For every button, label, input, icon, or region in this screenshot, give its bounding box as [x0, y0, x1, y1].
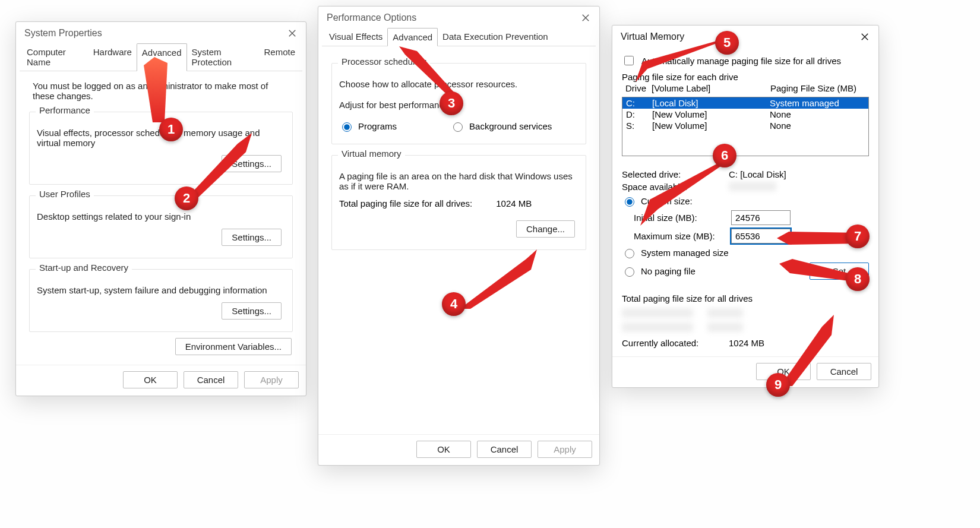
titlebar: Performance Options — [318, 7, 599, 28]
redacted-value — [707, 308, 743, 318]
drive-letter: D: — [626, 109, 652, 119]
cancel-button[interactable]: Cancel — [184, 371, 238, 388]
annotation-6: 6 — [713, 144, 736, 167]
radio-programs-label: Programs — [358, 121, 397, 131]
currently-value: 1024 MB — [729, 338, 764, 348]
group-desc: System start-up, system failure and debu… — [37, 285, 285, 295]
svg-marker-8 — [780, 315, 834, 386]
group-title: Virtual memory — [338, 148, 405, 159]
radio-custom-input[interactable] — [625, 197, 634, 207]
apply-button[interactable]: Apply — [538, 441, 592, 458]
redacted-label — [622, 308, 693, 318]
redacted-label — [622, 323, 693, 332]
startup-settings-button[interactable]: Settings... — [222, 302, 282, 320]
radio-no-paging[interactable]: No paging file — [622, 265, 696, 277]
col-drive: Drive — [625, 83, 652, 93]
redacted-value — [707, 323, 743, 332]
selected-drive-value: C: [Local Disk] — [729, 169, 786, 179]
annotation-7: 7 — [846, 225, 870, 248]
paging-size: None — [770, 109, 865, 119]
svg-marker-5 — [640, 160, 729, 226]
group-title: Start-up and Recovery — [36, 263, 132, 273]
annotation-9: 9 — [766, 373, 790, 397]
drive-row[interactable]: C: [Local Disk] System managed — [622, 97, 868, 109]
close-icon[interactable] — [287, 28, 298, 39]
performance-options-dialog: Performance Options Visual Effects Advan… — [318, 6, 600, 466]
group-title: Performance — [36, 105, 94, 115]
group-desc: A paging file is an area on the hard dis… — [339, 171, 578, 191]
max-label: Maximum size (MB): — [634, 231, 724, 241]
tab-hardware[interactable]: Hardware — [88, 43, 137, 71]
svg-marker-4 — [636, 40, 725, 82]
drive-table-header: Drive [Volume Label] Paging File Size (M… — [622, 82, 869, 94]
drive-table[interactable]: C: [Local Disk] System managed D: [New V… — [622, 97, 869, 156]
annotation-arrow-1 — [144, 57, 185, 122]
initial-size-input[interactable] — [731, 210, 791, 225]
group-desc: Desktop settings related to your sign-in — [37, 211, 285, 222]
col-vol: [Volume Label] — [652, 83, 770, 93]
group-desc: Choose how to allocate processor resourc… — [339, 79, 578, 89]
env-vars-button[interactable]: Environment Variables... — [175, 338, 292, 355]
group-user-profiles: User Profiles Desktop settings related t… — [29, 195, 293, 258]
annotation-arrow-6 — [640, 160, 729, 226]
radio-programs-input[interactable] — [342, 122, 352, 132]
annotation-arrow-9 — [780, 315, 840, 386]
radio-sysmgd-input[interactable] — [625, 249, 634, 258]
group-title: User Profiles — [36, 189, 94, 199]
close-icon[interactable] — [580, 12, 591, 23]
tab-system-protection[interactable]: System Protection — [187, 43, 260, 71]
total-section-label: Total paging file size for all drives — [622, 293, 869, 303]
space-value-redacted — [729, 182, 776, 191]
tab-remote[interactable]: Remote — [259, 43, 300, 71]
button-bar: OK Cancel Apply — [16, 365, 306, 396]
tab-computer-name[interactable]: Computer Name — [22, 43, 88, 71]
volume-label: [New Volume] — [652, 109, 770, 119]
dialog-title: System Properties — [24, 28, 102, 39]
drive-letter: S: — [626, 121, 652, 131]
svg-marker-3 — [460, 249, 537, 309]
cancel-button[interactable]: Cancel — [477, 441, 532, 458]
auto-manage-checkbox[interactable] — [624, 56, 634, 65]
radio-background-input[interactable] — [453, 122, 463, 132]
paging-size: System managed — [770, 98, 865, 108]
currently-label: Currently allocated: — [622, 338, 705, 348]
close-icon[interactable] — [859, 31, 870, 42]
annotation-5: 5 — [715, 31, 739, 55]
drive-row[interactable]: S: [New Volume] None — [622, 120, 868, 131]
total-paging-row: Total paging file size for all drives: 1… — [339, 198, 578, 208]
dialog-title: Performance Options — [327, 12, 416, 23]
radio-sysmgd-label: System managed size — [641, 248, 729, 258]
apply-button[interactable]: Apply — [244, 371, 299, 388]
annotation-1: 1 — [159, 118, 183, 141]
drive-row[interactable]: D: [New Volume] None — [622, 109, 868, 120]
radio-background-label: Background services — [469, 121, 552, 131]
radio-system-managed[interactable]: System managed size — [622, 247, 869, 258]
tab-advanced[interactable]: Advanced — [387, 28, 438, 46]
volume-label: [Local Disk] — [652, 98, 770, 108]
annotation-arrow-2 — [186, 133, 252, 198]
ok-button[interactable]: OK — [416, 441, 471, 458]
svg-marker-0 — [144, 57, 167, 122]
annotation-arrow-5 — [636, 40, 725, 82]
env-vars-row: Environment Variables... — [27, 338, 292, 355]
annotation-8: 8 — [846, 267, 870, 291]
annotation-4: 4 — [442, 292, 466, 316]
radio-nopg-input[interactable] — [625, 267, 634, 277]
svg-marker-1 — [186, 133, 252, 198]
tabs: Visual Effects Advanced Data Execution P… — [318, 28, 599, 46]
tab-dep[interactable]: Data Execution Prevention — [438, 28, 553, 46]
col-pfs: Paging File Size (MB) — [770, 83, 865, 93]
drive-letter: C: — [626, 98, 652, 108]
paging-size: None — [770, 121, 865, 131]
total-value: 1024 MB — [496, 198, 532, 208]
titlebar: System Properties — [16, 22, 306, 43]
annotation-arrow-4 — [460, 249, 537, 309]
annotation-3: 3 — [440, 91, 463, 115]
change-button[interactable]: Change... — [516, 220, 575, 238]
radio-programs[interactable]: Programs — [339, 121, 397, 132]
group-virtual-memory: Virtual memory A paging file is an area … — [331, 155, 586, 250]
profiles-settings-button[interactable]: Settings... — [222, 229, 282, 246]
radio-background[interactable]: Background services — [450, 121, 552, 132]
tab-visual-effects[interactable]: Visual Effects — [324, 28, 387, 46]
ok-button[interactable]: OK — [123, 371, 178, 388]
